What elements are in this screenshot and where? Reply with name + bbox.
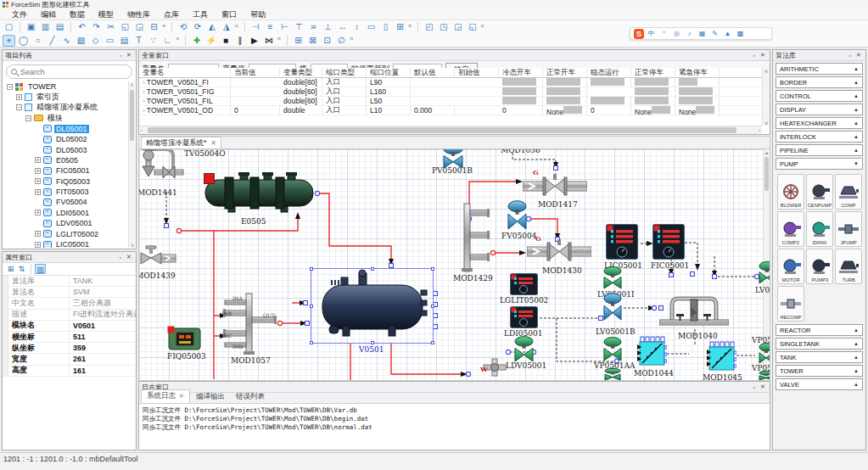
flip-horizontal-icon[interactable]: ◮ (220, 21, 232, 33)
rect-tool-icon[interactable]: ▭ (104, 35, 116, 47)
column-header-4[interactable]: 端口类型 (322, 68, 367, 77)
equipment-LDV05001[interactable] (513, 336, 535, 363)
column-header-12[interactable]: 紧急停车 (675, 68, 720, 77)
angle-tool-icon[interactable]: ∟ (161, 35, 174, 47)
flip-vertical-icon[interactable]: ◭ (205, 21, 218, 33)
polygon-tool-icon[interactable]: ◇ (89, 35, 102, 47)
library-item-PUMP3[interactable]: PUMP3 (806, 249, 833, 284)
bring-to-front-icon[interactable]: ◰ (423, 21, 435, 33)
library-section-ARITHMETIC[interactable]: ARITHMETIC▲ (776, 63, 863, 75)
library-section-HEATEXCHANGER[interactable]: HEATEXCHANGER▲ (776, 117, 863, 129)
log-tab-close-icon[interactable]: ✕ (179, 393, 184, 400)
tree-item-DL05002[interactable]: DL05002 (3, 134, 128, 144)
row-expander-icon[interactable]: › (143, 78, 145, 87)
prop-view-icon[interactable]: ▥ (35, 264, 46, 274)
tree-expander-icon[interactable]: + (16, 94, 22, 100)
equipment-FIQ05003[interactable] (167, 326, 202, 351)
rotate-left-icon[interactable]: ⟲ (176, 21, 189, 33)
selection-handle[interactable] (310, 341, 313, 344)
prop-alphabetical-icon[interactable]: ⇅ (16, 264, 27, 274)
equipment-cvalve[interactable] (603, 368, 622, 381)
library-section-PUMP[interactable]: PUMP▼ (776, 158, 863, 170)
equipment-LIC05001[interactable] (606, 224, 638, 260)
menu-point-lib[interactable]: 点库 (157, 9, 186, 20)
tree-item-LIC05001[interactable]: +LIC05001 (3, 239, 128, 248)
toolbar-overflow-icon[interactable]: » (162, 22, 165, 30)
tree-item-DL05001[interactable]: DL05001 (3, 124, 128, 134)
delete-icon[interactable]: ⊟ (148, 21, 160, 33)
line-tool-icon[interactable]: ╱ (46, 35, 59, 47)
tree-item-FIC05001[interactable]: +FIC05001 (3, 165, 128, 176)
text-tool-icon[interactable]: T (132, 35, 145, 47)
library-item-BLOWER[interactable]: BLOWER (777, 174, 804, 210)
search-input[interactable] (20, 68, 127, 76)
equipment-MOD1429[interactable] (459, 202, 493, 273)
equipment-redsq[interactable] (204, 173, 215, 184)
property-value[interactable]: 161 (70, 366, 136, 375)
menu-edit[interactable]: 编辑 (34, 9, 63, 20)
tree-item-FV05004[interactable]: FV05004 (3, 197, 128, 207)
tree-item-模块[interactable]: −模块 (3, 113, 128, 123)
library-section-REACTOR[interactable]: REACTOR▲ (776, 324, 863, 336)
point-tool-icon[interactable]: ∵ (147, 35, 160, 47)
ime-toolbox-icon[interactable]: ▩ (735, 30, 746, 37)
ime-voice-icon[interactable]: ♪ (684, 30, 695, 37)
tree-expander-icon[interactable]: + (35, 210, 41, 215)
ime-punct-icon[interactable]: ” (658, 30, 669, 37)
pan-tool-icon[interactable]: ⌖ (3, 35, 15, 47)
equipment-MOD1417[interactable] (523, 173, 587, 199)
equipment-FV05004[interactable] (507, 200, 528, 231)
page-tool-icon[interactable]: ▤ (118, 35, 131, 47)
library-section-CONTROL[interactable]: CONTROL▲ (776, 90, 863, 102)
toolbar-overflow-icon[interactable]: » (277, 35, 280, 42)
equipment-LV05001I[interactable] (602, 266, 623, 290)
flowsheet-canvas[interactable]: ▴▾ TV05004O MOD1441 E0505 MOD1439 PV0500… (138, 148, 770, 381)
property-value[interactable]: 511 (70, 333, 136, 341)
library-float-icon[interactable]: ▫ (846, 53, 854, 59)
new-file-icon[interactable]: ▢ (3, 21, 15, 33)
column-header-5[interactable]: 端口位置 (367, 68, 411, 77)
property-value[interactable]: 359 (70, 344, 136, 352)
tree-item-FIT05003[interactable]: +FIT05003 (3, 187, 128, 197)
tree-item-FIQ05003[interactable]: +FIQ05003 (3, 176, 128, 187)
property-value[interactable]: 261 (70, 355, 136, 363)
tree-expander-icon[interactable]: + (35, 157, 41, 163)
tree-item-精馏塔顶冷凝系统[interactable]: −精馏塔顶冷凝系统 (3, 103, 128, 113)
selection-handle[interactable] (431, 267, 434, 271)
column-header-3[interactable]: 变量类型 (280, 68, 322, 77)
properties-float-icon[interactable]: ▫ (116, 255, 125, 260)
selection-handle[interactable] (371, 267, 374, 271)
column-header-7[interactable]: 初始值 (455, 68, 499, 77)
menu-property-lib[interactable]: 物性库 (120, 9, 157, 20)
cut-icon[interactable]: ✂ (104, 21, 117, 33)
variable-table-hscrollbar[interactable]: ‹› (139, 126, 762, 134)
toolbar-overflow-icon[interactable]: » (234, 22, 238, 30)
tree-expander-icon[interactable]: + (35, 242, 41, 248)
row-expander-icon[interactable]: › (143, 97, 145, 105)
equipment-MOD1057[interactable] (218, 292, 279, 355)
property-value[interactable]: V0501 (70, 322, 136, 330)
menu-window[interactable]: 窗口 (215, 9, 244, 20)
align-right-icon[interactable]: ⊢ (278, 21, 291, 33)
distribute-horizontal-icon[interactable]: ↔ (336, 21, 349, 33)
column-header-6[interactable]: 默认值 (411, 68, 455, 77)
tab-close-icon[interactable]: ✕ (210, 139, 216, 147)
send-backward-icon[interactable]: ◱ (466, 21, 479, 33)
library-item-JPUMP[interactable]: JPUMP (835, 211, 862, 247)
run-icon[interactable]: ▶ (248, 35, 260, 47)
log-tab-错误列表[interactable]: 错误列表 (231, 391, 270, 403)
equipment-MOD1044[interactable] (637, 336, 667, 368)
library-section-TOWER[interactable]: TOWER▲ (776, 365, 863, 377)
tree-expander-icon[interactable]: − (7, 84, 13, 90)
ime-skin-icon[interactable]: ▲ (722, 30, 733, 37)
rotate-right-icon[interactable]: ⟳ (191, 21, 204, 33)
column-header-1[interactable]: 变量名 (139, 68, 231, 77)
menu-model[interactable]: 模型 (92, 9, 120, 20)
variables-float-icon[interactable]: ▫ (750, 53, 759, 59)
log-tab-系统日志[interactable]: 系统日志✕ (141, 389, 190, 403)
library-section-PIPELINE[interactable]: PIPELINE▲ (776, 144, 863, 156)
equipment-MOD1040[interactable] (659, 292, 729, 331)
print-icon[interactable]: ▤ (53, 21, 66, 33)
properties-close-icon[interactable]: ✕ (125, 254, 133, 260)
paste-icon[interactable]: ◲ (133, 21, 146, 33)
